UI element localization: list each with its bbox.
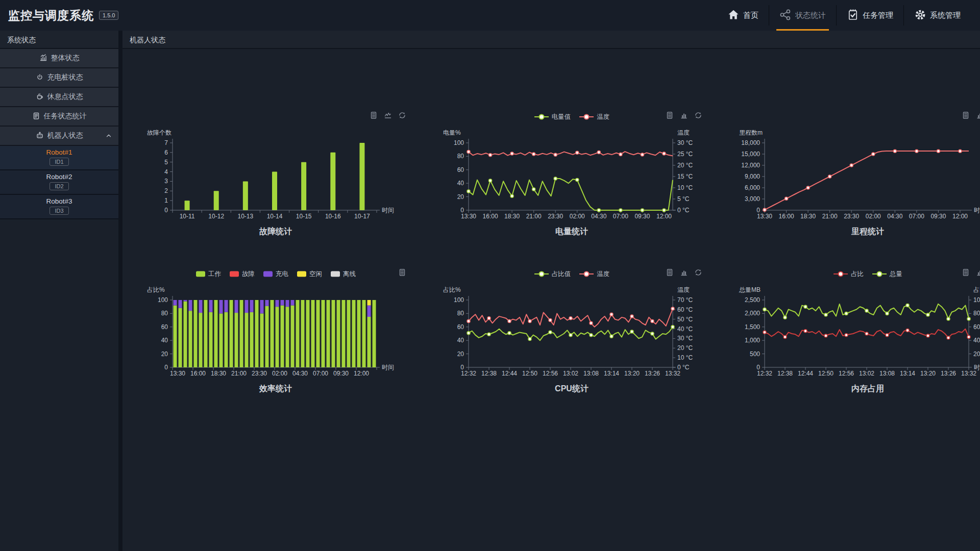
chart-memory-usage: 占比总量05001,0001,5002,0002,500总量MB20406080… [735,266,980,395]
version-badge: 1.5.0 [99,11,118,20]
svg-text:12:56: 12:56 [839,370,854,377]
data-view-icon[interactable] [666,111,674,121]
chevron-up-icon[interactable] [105,132,112,141]
chart-plot-battery-stats: 020406080100电量%0 °C5 °C10 °C15 °C20 °C25… [439,124,704,226]
svg-text:18:30: 18:30 [211,370,226,377]
sidebar-robot-1[interactable]: Robot#1 ID1 [0,146,118,170]
chart-title: 效率统计 [143,384,408,394]
svg-text:7: 7 [164,139,168,146]
refresh-icon[interactable] [398,111,406,121]
svg-text:15 °C: 15 °C [677,173,693,180]
chart-toolbox [398,268,406,279]
svg-text:15,000: 15,000 [741,151,760,158]
legend-item-离线[interactable]: 离线 [330,270,356,279]
svg-text:13:08: 13:08 [583,370,599,377]
chart-plot-fault-stats: 01234567故障个数时间10-1110-1210-1310-1410-151… [143,124,408,226]
bar-chart-icon[interactable] [680,268,688,279]
sidebar-robot-2[interactable]: Robot#2 ID2 [0,170,118,195]
svg-text:04:30: 04:30 [292,370,308,377]
legend-item-工作[interactable]: 工作 [195,270,221,279]
bar-chart-icon[interactable] [976,111,980,121]
legend-item-温度[interactable]: 温度 [579,113,609,121]
chart-title: 里程统计 [735,227,980,237]
svg-text:时间: 时间 [974,207,980,214]
bar-chart-icon[interactable] [976,268,980,279]
chart-plot-cpu-stats: 020406080100占比%0 °C10 °C20 °C30 °C40 °C5… [439,282,704,383]
sidebar-item-label: 整体状态 [51,54,80,63]
chart-legend: 电量值温度 [534,113,610,121]
svg-text:100: 100 [973,296,980,304]
chart-plot-efficiency-stats: 020406080100占比%时间13:3016:0018:3021:0023:… [143,282,408,383]
svg-text:02:00: 02:00 [570,213,585,220]
task-manage-icon [847,9,859,22]
refresh-icon[interactable] [694,268,702,279]
chart-title: 故障统计 [143,227,408,237]
svg-text:13:20: 13:20 [920,370,936,377]
line-chart-icon[interactable] [384,111,392,121]
nav-item-home[interactable]: 首页 [717,0,769,31]
svg-text:18:30: 18:30 [800,213,816,220]
svg-text:60: 60 [973,323,980,331]
app-title: 监控与调度系统 [8,8,94,23]
nav-item-system-manage[interactable]: 系统管理 [904,0,971,31]
svg-text:占比%: 占比% [443,286,461,293]
svg-text:13:02: 13:02 [563,370,578,377]
bar-chart-icon[interactable] [680,111,688,121]
svg-text:10-11: 10-11 [180,213,195,220]
chart-efficiency-stats: 工作故障充电空闲离线020406080100占比%时间13:3016:0018:… [143,266,408,395]
nav-item-task-manage[interactable]: 任务管理 [837,0,903,31]
sidebar-item-label: 休息点状态 [47,92,83,102]
svg-text:09:30: 09:30 [930,213,946,220]
legend-item-总量[interactable]: 总量 [872,270,902,279]
svg-text:02:00: 02:00 [272,370,287,377]
svg-text:23:30: 23:30 [844,213,859,220]
sidebar-item-overall-status[interactable]: 整体状态 [0,49,118,68]
svg-text:40 °C: 40 °C [677,325,693,333]
legend-item-故障[interactable]: 故障 [229,270,255,279]
legend-item-空闲[interactable]: 空闲 [297,270,322,279]
refresh-icon[interactable] [694,111,702,121]
sidebar-item-charging-pile-status[interactable]: 充电桩状态 [0,68,118,88]
sidebar-robot-3[interactable]: Robot#3 ID3 [0,195,118,219]
svg-text:10 °C: 10 °C [677,184,693,191]
svg-text:13:14: 13:14 [604,370,619,377]
svg-text:21:00: 21:00 [231,370,247,377]
svg-text:40: 40 [161,337,168,344]
svg-text:时间: 时间 [382,207,394,214]
share-nodes-icon [779,9,792,22]
svg-text:07:00: 07:00 [909,213,924,220]
sidebar: 系统状态 整体状态 充电桩状态 休息点状态 任务状态统计 机器人状态 Robot… [0,31,118,551]
data-view-icon[interactable] [370,111,378,121]
legend-item-温度[interactable]: 温度 [579,270,609,279]
legend-item-占比[interactable]: 占比 [833,270,864,279]
sidebar-item-robot-status[interactable]: 机器人状态 [0,127,118,146]
data-view-icon[interactable] [666,268,674,279]
legend-item-占比值[interactable]: 占比值 [534,270,571,279]
svg-text:25 °C: 25 °C [677,151,693,158]
svg-text:1,500: 1,500 [745,323,760,331]
svg-text:3,000: 3,000 [745,195,760,203]
data-view-icon[interactable] [962,111,970,121]
svg-text:12:56: 12:56 [543,370,558,377]
legend-item-电量值[interactable]: 电量值 [534,113,571,121]
chart-title: 电量统计 [439,227,704,237]
svg-text:3: 3 [164,178,168,185]
app-header: 监控与调度系统 1.5.0 首页 状态统计 任务管理 系统管理 [0,0,980,31]
robot-id-badge: ID1 [50,158,68,166]
svg-text:13:14: 13:14 [900,370,915,377]
chart-toolbox [370,111,406,121]
svg-text:13:26: 13:26 [645,370,660,377]
svg-text:40: 40 [973,337,980,344]
svg-text:40: 40 [457,337,464,344]
robot-id-badge: ID3 [50,207,68,215]
svg-text:30 °C: 30 °C [677,139,693,146]
data-view-icon[interactable] [962,268,970,279]
legend-item-充电[interactable]: 充电 [263,270,288,279]
home-icon [727,9,740,22]
nav-item-label: 任务管理 [863,11,893,20]
data-view-icon[interactable] [398,268,406,279]
sidebar-item-rest-point-status[interactable]: 休息点状态 [0,88,118,107]
svg-text:占比%: 占比% [147,286,165,293]
sidebar-item-task-status-stats[interactable]: 任务状态统计 [0,107,118,127]
nav-item-status-stats[interactable]: 状态统计 [769,0,836,31]
